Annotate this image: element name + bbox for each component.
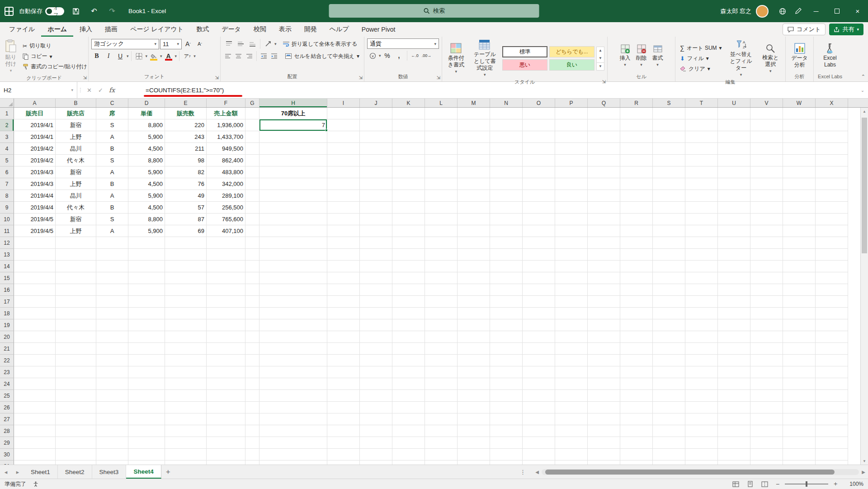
user-avatar[interactable] [756, 5, 769, 18]
collapse-ribbon-button[interactable]: ⌃ [861, 74, 865, 80]
page-break-view-button[interactable] [760, 480, 769, 488]
cell-F17[interactable] [207, 296, 245, 308]
cell-T2[interactable] [685, 119, 718, 131]
cell-E27[interactable] [165, 413, 207, 425]
cell-H17[interactable] [259, 296, 327, 308]
row-header-9[interactable]: 9 [0, 202, 14, 214]
cell-B7[interactable]: 上野 [56, 178, 96, 190]
cell-C31[interactable] [96, 461, 128, 465]
cell-O4[interactable] [523, 143, 555, 155]
cell-V9[interactable] [750, 202, 783, 214]
cell-W8[interactable] [783, 190, 816, 202]
cell-I25[interactable] [327, 390, 360, 402]
page-layout-view-button[interactable] [745, 480, 755, 488]
editing-mode-button[interactable] [790, 0, 806, 22]
cell-R20[interactable] [620, 331, 653, 343]
name-box[interactable]: H2 ▾ [0, 82, 77, 98]
cell-W7[interactable] [783, 178, 816, 190]
vertical-scroll-thumb[interactable] [862, 118, 867, 253]
cell-N21[interactable] [490, 343, 523, 355]
cell-F16[interactable] [207, 284, 245, 296]
cell-X12[interactable] [816, 237, 848, 249]
cell-A10[interactable]: 2019/4/5 [14, 214, 56, 225]
cell-T5[interactable] [685, 155, 718, 166]
cell-S5[interactable] [653, 155, 685, 166]
selected-cell-H2[interactable]: 7 [259, 119, 327, 131]
cell-W14[interactable] [783, 261, 816, 272]
tab-review[interactable]: 校閲 [247, 22, 273, 37]
cell-C23[interactable] [96, 366, 128, 378]
cell-S30[interactable] [653, 449, 685, 461]
cell-J3[interactable] [360, 131, 392, 143]
row-header-12[interactable]: 12 [0, 237, 14, 249]
cell-P21[interactable] [555, 343, 588, 355]
cell-X28[interactable] [816, 425, 848, 437]
cell-X2[interactable] [816, 119, 848, 131]
cell-Q27[interactable] [588, 413, 620, 425]
cell-I12[interactable] [327, 237, 360, 249]
cell-M16[interactable] [458, 284, 490, 296]
cell-D14[interactable] [128, 261, 165, 272]
cell-D27[interactable] [128, 413, 165, 425]
cell-V26[interactable] [750, 402, 783, 413]
cell-D23[interactable] [128, 366, 165, 378]
formula-input[interactable]: =COUNTIFS(E2:E11,">=70") [146, 87, 224, 94]
cell-S21[interactable] [653, 343, 685, 355]
cell-V23[interactable] [750, 366, 783, 378]
cell-R21[interactable] [620, 343, 653, 355]
cell-F2[interactable]: 1,936,000 [207, 119, 245, 131]
cell-P25[interactable] [555, 390, 588, 402]
number-dialog-launcher-icon[interactable]: ⇲ [437, 76, 440, 80]
cell-J26[interactable] [360, 402, 392, 413]
cell-P9[interactable] [555, 202, 588, 214]
cell-O3[interactable] [523, 131, 555, 143]
cell-G21[interactable] [245, 343, 259, 355]
cell-L7[interactable] [425, 178, 458, 190]
cell-I20[interactable] [327, 331, 360, 343]
cell-P29[interactable] [555, 437, 588, 449]
cell-Q24[interactable] [588, 378, 620, 390]
normal-view-button[interactable] [731, 480, 741, 488]
cell-J30[interactable] [360, 449, 392, 461]
row-header-18[interactable]: 18 [0, 308, 14, 319]
cell-K10[interactable] [392, 214, 425, 225]
cell-U26[interactable] [718, 402, 750, 413]
cell-S7[interactable] [653, 178, 685, 190]
cell-C14[interactable] [96, 261, 128, 272]
row-header-28[interactable]: 28 [0, 425, 14, 437]
cell-U9[interactable] [718, 202, 750, 214]
cell-O20[interactable] [523, 331, 555, 343]
cell-W17[interactable] [783, 296, 816, 308]
cell-E15[interactable] [165, 272, 207, 284]
zoom-out-button[interactable]: − [774, 480, 781, 488]
row-header-2[interactable]: 2 [0, 119, 14, 131]
cell-A28[interactable] [14, 425, 56, 437]
cell-D12[interactable] [128, 237, 165, 249]
vertical-scrollbar[interactable]: ▲ ▼ [860, 108, 868, 465]
cell-R26[interactable] [620, 402, 653, 413]
cell-O9[interactable] [523, 202, 555, 214]
cell-C30[interactable] [96, 449, 128, 461]
cell-B10[interactable]: 新宿 [56, 214, 96, 225]
cell-A19[interactable] [14, 319, 56, 331]
cut-button[interactable]: ✂切り取り [21, 41, 89, 51]
cell-B27[interactable] [56, 413, 96, 425]
cell-E1[interactable]: 販売数 [165, 108, 207, 119]
cell-H5[interactable] [259, 155, 327, 166]
cell-V25[interactable] [750, 390, 783, 402]
cell-B14[interactable] [56, 261, 96, 272]
tab-file[interactable]: ファイル [3, 22, 41, 37]
bold-button[interactable]: B [91, 51, 102, 62]
cell-L28[interactable] [425, 425, 458, 437]
cell-U10[interactable] [718, 214, 750, 225]
cell-S6[interactable] [653, 166, 685, 178]
cell-F18[interactable] [207, 308, 245, 319]
data-analysis-button[interactable]: データ分析 [788, 42, 811, 69]
zoom-slider-thumb[interactable] [806, 481, 807, 487]
cell-B25[interactable] [56, 390, 96, 402]
cell-J8[interactable] [360, 190, 392, 202]
cell-P26[interactable] [555, 402, 588, 413]
cell-F25[interactable] [207, 390, 245, 402]
column-header-O[interactable]: O [523, 99, 555, 107]
cell-R28[interactable] [620, 425, 653, 437]
